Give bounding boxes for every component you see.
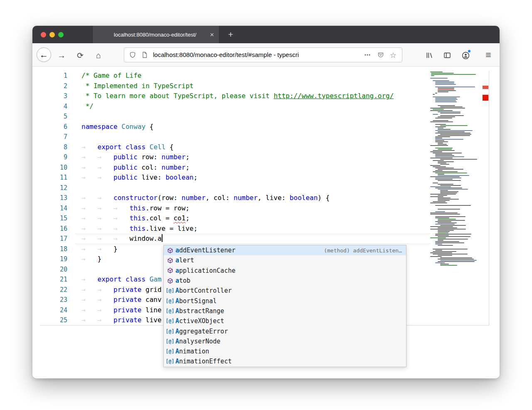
line-number[interactable]: 25 — [40, 315, 75, 326]
suggestion-item[interactable]: [@]AnimationEffect — [164, 356, 406, 366]
line-number[interactable]: 4 — [40, 101, 75, 112]
line-number[interactable]: 21 — [40, 274, 75, 285]
line-number[interactable]: 9 — [40, 152, 75, 163]
home-button[interactable]: ⌂ — [93, 49, 104, 61]
whitespace-tab-icon: → — [98, 152, 114, 163]
minimap-row — [433, 160, 444, 161]
minimap-row — [438, 116, 455, 117]
line-number[interactable]: 3 — [40, 91, 75, 101]
line-number[interactable]: 6 — [40, 122, 75, 132]
line-number[interactable]: 22 — [40, 285, 75, 295]
suggestion-item[interactable]: alert — [164, 255, 406, 265]
code-line[interactable]: 6namespace Conway { — [40, 122, 489, 132]
page-info-icon[interactable] — [141, 52, 148, 58]
suggestion-item[interactable]: [@]AbortController — [164, 286, 406, 296]
line-number[interactable]: 15 — [40, 213, 75, 224]
minimap[interactable] — [430, 72, 483, 325]
code-line[interactable]: 12 — [40, 183, 489, 193]
desktop-background: localhost:8080/monaco-editor/test/ × + ←… — [0, 0, 532, 410]
code-line[interactable]: 17→→→window.a — [40, 234, 489, 244]
code-line[interactable]: 7 — [40, 132, 489, 142]
code-line[interactable]: 9→→public row: number; — [40, 152, 489, 163]
line-number[interactable]: 12 — [40, 183, 75, 193]
line-number[interactable]: 17 — [40, 234, 75, 244]
minimap-row — [435, 99, 458, 100]
home-icon: ⌂ — [96, 51, 101, 60]
code-line[interactable]: 16→→→this.live = live; — [40, 224, 489, 234]
minimap-row — [438, 222, 457, 223]
minimap-row — [430, 194, 456, 195]
menu-button[interactable]: ≡ — [483, 49, 494, 61]
library-button[interactable] — [424, 49, 435, 61]
code-line[interactable]: 15→→→this.col = co1; — [40, 213, 489, 224]
code-text: →} — [75, 254, 101, 264]
code-line[interactable]: 13→→constructor(row: number, col: number… — [40, 193, 489, 203]
code-line[interactable]: 4 */ — [40, 101, 489, 112]
line-number[interactable]: 20 — [40, 264, 75, 275]
minimap-row — [435, 84, 456, 85]
minimap-row — [440, 106, 463, 107]
line-number[interactable]: 7 — [40, 132, 75, 142]
tab-close-icon[interactable]: × — [210, 31, 214, 38]
suggestion-item[interactable]: [@]AggregateError — [164, 326, 406, 336]
line-number[interactable]: 8 — [40, 142, 75, 153]
zoom-window-button[interactable] — [58, 32, 64, 37]
minimap-row — [435, 136, 450, 137]
back-button[interactable]: ← — [37, 47, 51, 62]
code-line[interactable]: 11→→public live: boolean; — [40, 173, 489, 183]
code-line[interactable]: 5 — [40, 111, 489, 122]
code-line[interactable]: 14→→→this.row = row; — [40, 203, 489, 214]
suggestion-label: AggregateError — [175, 328, 228, 335]
minimap-row — [433, 249, 468, 249]
sidebar-button[interactable] — [441, 49, 453, 61]
line-number[interactable]: 11 — [40, 173, 75, 183]
suggestion-item[interactable]: atob — [164, 276, 406, 286]
code-line[interactable]: 2 * Implemented in TypeScript — [40, 81, 489, 91]
url-bar[interactable]: localhost:8080/monaco-editor/test/#sampl… — [124, 47, 402, 62]
minimap-row — [433, 153, 462, 153]
minimap-row — [435, 140, 444, 141]
suggestion-item[interactable]: [@]Animation — [164, 346, 406, 356]
suggestion-item[interactable]: [@]ActiveXObject — [164, 316, 406, 326]
line-number[interactable]: 24 — [40, 305, 75, 316]
line-number[interactable]: 1 — [40, 71, 75, 81]
code-line[interactable]: 10→→public col: number; — [40, 163, 489, 173]
pocket-icon[interactable] — [377, 52, 384, 58]
url-text[interactable]: localhost:8080/monaco-editor/test/#sampl… — [153, 51, 364, 59]
line-number[interactable]: 23 — [40, 295, 75, 305]
line-number[interactable]: 10 — [40, 163, 75, 173]
reload-button[interactable]: ⟳ — [74, 49, 86, 61]
forward-button[interactable]: → — [56, 49, 67, 61]
suggestion-item[interactable]: [@]AbortSignal — [164, 296, 406, 306]
line-number[interactable]: 5 — [40, 111, 75, 122]
code-line[interactable]: 3 * To learn more about TypeScript, plea… — [40, 91, 489, 101]
line-number[interactable]: 2 — [40, 81, 75, 91]
line-number[interactable]: 13 — [40, 193, 75, 203]
suggestion-item[interactable]: [@]AnalyserNode — [164, 336, 406, 346]
bookmark-star-icon[interactable]: ☆ — [390, 51, 397, 59]
suggestion-item[interactable]: applicationCache — [164, 266, 406, 276]
suggestion-item[interactable]: addEventListener(method) addEventListen… — [164, 245, 406, 255]
line-number[interactable]: 19 — [40, 254, 75, 264]
line-number[interactable]: 18 — [40, 244, 75, 254]
new-tab-button[interactable]: + — [223, 26, 239, 43]
line-number[interactable]: 16 — [40, 224, 75, 234]
minimap-row — [435, 155, 454, 156]
minimap-row — [438, 209, 460, 210]
close-window-button[interactable] — [41, 32, 46, 37]
line-number[interactable]: 14 — [40, 203, 75, 214]
page-actions-icon[interactable] — [364, 52, 371, 58]
minimap-row — [430, 226, 453, 227]
minimize-window-button[interactable] — [49, 32, 55, 37]
minimap-row — [440, 164, 449, 165]
minimap-row — [430, 247, 483, 248]
code-line[interactable]: 1/* Game of Life — [40, 71, 489, 81]
tracking-protection-shield-icon[interactable] — [129, 52, 136, 58]
minimap-row — [430, 215, 483, 216]
browser-tab[interactable]: localhost:8080/monaco-editor/test/ × — [92, 26, 219, 43]
whitespace-tab-icon: → — [113, 224, 130, 234]
minimap-row — [435, 101, 457, 102]
account-button[interactable] — [460, 49, 471, 61]
code-line[interactable]: 8→export class Cell { — [40, 142, 489, 153]
suggestion-item[interactable]: [@]AbstractRange — [164, 306, 406, 316]
